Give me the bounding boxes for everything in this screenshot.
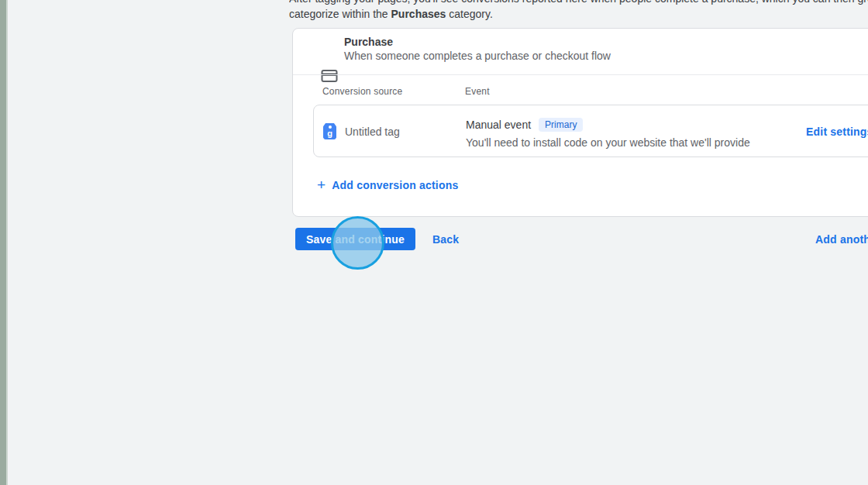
conversion-action-row: g Untitled tag Manual event Primary You'… bbox=[313, 105, 868, 157]
credit-card-icon bbox=[321, 69, 338, 83]
plus-icon: + bbox=[317, 177, 326, 192]
event-title: Manual event bbox=[466, 119, 531, 131]
conversion-source-label: Untitled tag bbox=[345, 126, 400, 138]
add-conversion-actions-label: Add conversion actions bbox=[332, 179, 458, 191]
add-conversion-actions-link[interactable]: + Add conversion actions bbox=[317, 177, 458, 192]
goal-card-header: Purchase When someone completes a purcha… bbox=[293, 29, 868, 74]
purchase-goal-card: Purchase When someone completes a purcha… bbox=[292, 28, 868, 217]
left-accent-strip bbox=[0, 0, 8, 485]
event-description: You'll need to install code on your webs… bbox=[466, 136, 750, 149]
primary-badge: Primary bbox=[539, 118, 583, 132]
google-tag-icon: g bbox=[323, 123, 336, 139]
goal-title: Purchase bbox=[344, 36, 393, 48]
add-another-link[interactable]: Add another bbox=[815, 233, 868, 246]
goal-subtitle: When someone completes a purchase or che… bbox=[344, 50, 611, 62]
event-title-line: Manual event Primary bbox=[466, 118, 583, 132]
column-header-conversion-source: Conversion source bbox=[322, 86, 402, 97]
card-divider bbox=[293, 74, 868, 75]
column-header-event: Event bbox=[465, 86, 490, 97]
save-and-continue-button[interactable]: Save and continue bbox=[295, 228, 415, 250]
intro-line-clipped: After tagging your pages, you'll see con… bbox=[289, 0, 868, 6]
intro-paragraph: After tagging your pages, you'll see con… bbox=[289, 0, 868, 22]
intro-line-2: categorize within the Purchases category… bbox=[289, 8, 493, 20]
edit-settings-link[interactable]: Edit settings bbox=[806, 126, 868, 138]
back-link[interactable]: Back bbox=[432, 233, 459, 246]
